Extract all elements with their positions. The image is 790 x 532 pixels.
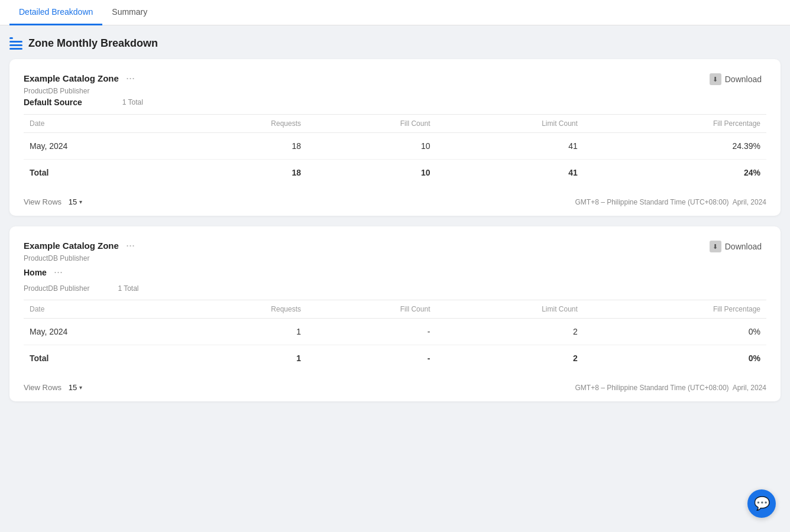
card-1-zone-name: Example Catalog Zone [24, 73, 119, 83]
card-1-total-row: Total 18 10 41 24% [24, 160, 766, 186]
cell-total-label-1: Total [24, 160, 178, 186]
cell-date-2-0: May, 2024 [24, 319, 178, 345]
card-2-dots-menu[interactable]: ··· [122, 238, 138, 253]
card-1-table-header: Date Requests Fill Count Limit Count Fil… [24, 115, 766, 133]
col-fillpct-2: Fill Percentage [584, 300, 766, 319]
cell-total-limitcount-2: 2 [436, 345, 583, 372]
col-limitcount-1: Limit Count [436, 115, 583, 133]
tab-detailed-breakdown[interactable]: Detailed Breakdown [9, 0, 102, 25]
page-content: Zone Monthly Breakdown Example Catalog Z… [0, 25, 790, 424]
card-2-download-label: Download [725, 242, 762, 251]
card-1-chevron-icon: ▾ [79, 199, 82, 205]
card-2-footer: View Rows 15 ▾ GMT+8 – Philippine Standa… [24, 379, 766, 392]
card-2-title-area: Example Catalog Zone ··· ProductDB Publi… [24, 238, 138, 262]
card-2-sub-source-publisher-row: ProductDB Publisher 1 Total [24, 284, 766, 293]
cell-fillcount-2-0: - [307, 319, 436, 345]
card-1-header: Example Catalog Zone ··· ProductDB Publi… [24, 71, 766, 95]
list-icon-line-2 [9, 41, 22, 43]
download-icon-1: ⬇ [710, 73, 721, 85]
card-2-sub-source-publisher: ProductDB Publisher [24, 284, 89, 293]
card-2-sub-source-total: 1 Total [118, 284, 138, 293]
card-2-header: Example Catalog Zone ··· ProductDB Publi… [24, 238, 766, 262]
card-1-footer: View Rows 15 ▾ GMT+8 – Philippine Standa… [24, 194, 766, 206]
cell-limitcount-2-0: 2 [436, 319, 583, 345]
col-fillcount-2: Fill Count [307, 300, 436, 319]
card-2-sub-source-row: Home ··· [24, 265, 766, 280]
card-1-download-label: Download [725, 74, 762, 84]
card-1-view-rows-label: View Rows [24, 197, 61, 206]
card-2-view-rows[interactable]: View Rows 15 ▾ [24, 383, 82, 392]
list-icon-line-3 [9, 44, 22, 46]
card-2-view-rows-label: View Rows [24, 383, 61, 392]
card-2-data-row-0: May, 2024 1 - 2 0% [24, 319, 766, 345]
card-2-download-button[interactable]: ⬇ Download [705, 238, 766, 255]
card-2-sub-source-dots[interactable]: ··· [50, 265, 66, 280]
cell-total-label-2: Total [24, 345, 178, 372]
card-1-dots-menu[interactable]: ··· [122, 71, 138, 86]
card-1-download-button[interactable]: ⬇ Download [705, 71, 766, 87]
card-2-total-row: Total 1 - 2 0% [24, 345, 766, 372]
cell-total-fillpct-1: 24% [584, 160, 766, 186]
card-1-table: Date Requests Fill Count Limit Count Fil… [24, 114, 766, 186]
cell-fillcount-1-0: 10 [307, 133, 436, 160]
card-1: Example Catalog Zone ··· ProductDB Publi… [9, 59, 781, 216]
card-2-publisher: ProductDB Publisher [24, 254, 138, 262]
col-requests-1: Requests [178, 115, 307, 133]
section-title: Zone Monthly Breakdown [28, 37, 158, 50]
col-date-2: Date [24, 300, 178, 319]
list-icon-line-4 [9, 48, 22, 50]
tabs-bar: Detailed Breakdown Summary [0, 0, 790, 25]
card-1-source-name: Default Source [24, 98, 82, 107]
card-1-title-area: Example Catalog Zone ··· ProductDB Publi… [24, 71, 138, 95]
cell-limitcount-1-0: 41 [436, 133, 583, 160]
card-1-view-rows[interactable]: View Rows 15 ▾ [24, 197, 82, 206]
card-1-source-row: Default Source 1 Total [24, 98, 766, 107]
card-2: Example Catalog Zone ··· ProductDB Publi… [9, 226, 781, 401]
tab-summary[interactable]: Summary [102, 0, 157, 25]
cell-requests-2-0: 1 [178, 319, 307, 345]
cell-total-requests-2: 1 [178, 345, 307, 372]
chat-bubble[interactable]: 💬 [747, 489, 776, 518]
card-1-view-rows-value: 15 [69, 197, 77, 206]
card-1-timezone: GMT+8 – Philippine Standard Time (UTC+08… [575, 198, 766, 206]
card-2-table: Date Requests Fill Count Limit Count Fil… [24, 300, 766, 371]
list-icon-line-1 [9, 37, 13, 39]
card-2-timezone: GMT+8 – Philippine Standard Time (UTC+08… [575, 384, 766, 392]
cell-total-fillcount-1: 10 [307, 160, 436, 186]
col-fillpct-1: Fill Percentage [584, 115, 766, 133]
card-2-zone-name: Example Catalog Zone [24, 241, 119, 251]
cell-requests-1-0: 18 [178, 133, 307, 160]
cell-total-limitcount-1: 41 [436, 160, 583, 186]
card-2-table-header: Date Requests Fill Count Limit Count Fil… [24, 300, 766, 319]
download-icon-2: ⬇ [710, 241, 721, 252]
col-limitcount-2: Limit Count [436, 300, 583, 319]
card-2-sub-source-name: Home [24, 268, 47, 277]
col-requests-2: Requests [178, 300, 307, 319]
cell-date-1-0: May, 2024 [24, 133, 178, 160]
cell-total-fillpct-2: 0% [584, 345, 766, 372]
cell-fillpct-1-0: 24.39% [584, 133, 766, 160]
chat-icon: 💬 [754, 496, 770, 511]
cell-total-fillcount-2: - [307, 345, 436, 372]
col-fillcount-1: Fill Count [307, 115, 436, 133]
card-2-view-rows-value: 15 [69, 383, 77, 392]
cell-total-requests-1: 18 [178, 160, 307, 186]
card-1-source-total: 1 Total [122, 98, 143, 106]
card-2-chevron-icon: ▾ [79, 384, 82, 391]
section-heading: Zone Monthly Breakdown [9, 37, 781, 50]
list-icon [9, 37, 22, 50]
col-date-1: Date [24, 115, 178, 133]
card-1-publisher: ProductDB Publisher [24, 87, 138, 95]
card-1-data-row-0: May, 2024 18 10 41 24.39% [24, 133, 766, 160]
cell-fillpct-2-0: 0% [584, 319, 766, 345]
